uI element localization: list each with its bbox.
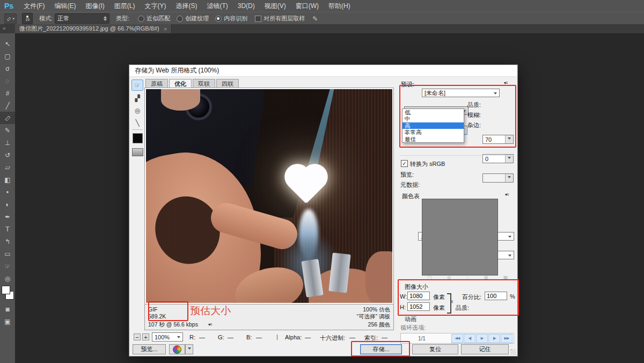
crop-tool[interactable]: #	[0, 87, 15, 99]
eyedropper-tool[interactable]: ╱	[0, 99, 15, 112]
web-shift-icon[interactable]: ⊘	[447, 275, 451, 280]
width-input[interactable]	[407, 292, 430, 300]
matte-select[interactable]	[482, 173, 514, 183]
percent-input[interactable]	[485, 292, 507, 300]
quality-input[interactable]: 70	[482, 135, 514, 144]
radio-proximity-match[interactable]	[138, 16, 144, 22]
resize-grip[interactable]	[510, 349, 516, 355]
option-high[interactable]: 高	[402, 122, 464, 129]
height-input[interactable]	[407, 302, 430, 311]
color-swatches[interactable]	[0, 285, 15, 303]
new-color-icon[interactable]: ⊞	[484, 275, 488, 280]
screen-mode-button[interactable]: ▣	[0, 315, 15, 328]
toggle-slices-button[interactable]	[132, 148, 143, 156]
dodge-tool[interactable]: ◐	[0, 198, 15, 210]
browser-select-button[interactable]	[169, 344, 185, 354]
chevron-down-icon	[508, 137, 511, 141]
menu-type[interactable]: 文字(Y)	[140, 0, 171, 12]
matte-dropdown-button[interactable]	[505, 174, 513, 182]
current-tool-chip[interactable]: ▭ ▾	[4, 13, 17, 24]
menu-help[interactable]: 帮助(H)	[324, 0, 355, 12]
slice-select-tool[interactable]: ▞	[131, 92, 143, 104]
path-selection-tool[interactable]: ↰	[0, 235, 15, 248]
save-for-web-dialog: 存储为 Web 所用格式 (100%) ☞ ▞ ◎ ╲ 原稿优化双联四联	[129, 64, 518, 357]
color-table[interactable]	[422, 199, 498, 275]
remember-button[interactable]: 记住	[461, 344, 509, 354]
menu-layer[interactable]: 图层(L)	[109, 0, 140, 12]
radio-content-aware[interactable]	[215, 16, 222, 22]
delete-color-icon[interactable]: ▦	[503, 275, 508, 280]
zoom-tool[interactable]: ◎	[0, 272, 15, 285]
browser-dropdown-button[interactable]	[185, 344, 193, 354]
option-low[interactable]: 低	[402, 109, 464, 115]
play-button[interactable]: ▶	[476, 334, 488, 343]
resample-label: 品质:	[456, 304, 469, 312]
spot-healing-brush-tool[interactable]: ▭	[0, 112, 15, 124]
dialog-title-bar[interactable]: 存储为 Web 所用格式 (100%)	[129, 65, 517, 77]
menu-window[interactable]: 窗口(W)	[291, 0, 324, 12]
srgb-checkbox[interactable]: ✓	[401, 160, 408, 167]
quick-mask-button[interactable]: ◙	[0, 303, 15, 315]
prev-frame-button[interactable]: ◀|	[464, 334, 475, 343]
history-brush-tool[interactable]: ↺	[0, 149, 15, 161]
zoom-level-select[interactable]: 100%	[152, 332, 183, 342]
eyedropper-color-swatch[interactable]	[133, 133, 143, 143]
menu-3d[interactable]: 3D(D)	[233, 0, 260, 12]
option-best[interactable]: 最佳	[402, 136, 464, 142]
gradient-tool[interactable]: ◧	[0, 173, 15, 186]
quick-selection-tool[interactable]: ◌	[0, 75, 15, 87]
mode-select[interactable]: 正常	[55, 13, 109, 24]
menu-select[interactable]: 选择(S)	[171, 0, 202, 12]
move-tool[interactable]: ↖	[0, 38, 15, 50]
blur-slider-button[interactable]	[505, 155, 513, 163]
format-readout: GIF	[148, 306, 158, 313]
brush-size-preview[interactable]: 19	[22, 13, 33, 24]
next-frame-button[interactable]: |▶	[488, 334, 500, 343]
foreground-color-swatch[interactable]	[2, 286, 10, 294]
radio-create-texture[interactable]	[177, 16, 183, 22]
color-table-menu-icon[interactable]: ▾≡	[505, 192, 509, 197]
pen-tool[interactable]: ✒	[0, 210, 15, 223]
first-frame-button[interactable]: ◀◀	[451, 334, 463, 343]
clone-stamp-tool[interactable]: ⊥	[0, 136, 15, 149]
lock-color-icon[interactable]: ◌	[466, 275, 469, 280]
preset-select[interactable]: [未命名]	[422, 89, 500, 97]
collapse-panel-icon[interactable]: »	[3, 25, 6, 31]
last-frame-button[interactable]: ▶▶	[501, 334, 513, 343]
close-icon[interactable]: ×	[164, 26, 167, 32]
snap-swatch-icon[interactable]: ▢	[427, 275, 432, 280]
document-tab[interactable]: 微信图片_2022120909395912.jpg @ 66.7%(RGB/8#…	[15, 24, 172, 33]
shape-tool[interactable]: ▭	[0, 248, 15, 260]
menu-image[interactable]: 图像(I)	[80, 0, 109, 12]
save-button[interactable]: 存储...	[360, 344, 402, 354]
zoom-in-button[interactable]: +	[142, 333, 149, 340]
zoom-tool[interactable]: ◎	[131, 105, 143, 116]
download-menu-icon[interactable]: ▾≡	[208, 322, 212, 327]
menu-file[interactable]: 文件(F)	[19, 0, 49, 12]
stepper-up-icon	[104, 14, 107, 18]
preview-in-browser-button[interactable]: 预览...	[133, 344, 166, 354]
menu-filter[interactable]: 滤镜(T)	[202, 0, 232, 12]
menu-view[interactable]: 视图(V)	[260, 0, 291, 12]
lasso-tool[interactable]: σ	[0, 62, 15, 75]
reset-button[interactable]: 复位	[412, 344, 458, 354]
brush-tool[interactable]: ✎	[0, 124, 15, 136]
hand-tool[interactable]: ☞	[131, 79, 143, 91]
hand-tool[interactable]: ☞	[0, 260, 15, 272]
blur-tool[interactable]: ●	[0, 186, 15, 198]
menu-edit[interactable]: 编辑(E)	[49, 0, 80, 12]
radio-proximity-match-label: 近似匹配	[147, 14, 170, 23]
image-preview-frame[interactable]	[144, 88, 394, 304]
sample-all-layers-checkbox[interactable]	[255, 16, 261, 22]
zoom-out-button[interactable]: −	[134, 333, 141, 340]
chevron-down-icon	[508, 236, 511, 239]
eraser-tool[interactable]: ▱	[0, 161, 15, 173]
marquee-tool[interactable]: ▢	[0, 50, 15, 62]
eyedropper-tool[interactable]: ╲	[131, 117, 143, 128]
pressure-icon[interactable]: ✎	[312, 15, 318, 23]
preset-menu-icon[interactable]: ▾≡	[504, 81, 508, 85]
quality-slider-button[interactable]	[505, 135, 513, 143]
option-very-high[interactable]: 非常高	[402, 129, 464, 135]
type-tool[interactable]: T	[0, 223, 15, 235]
option-medium[interactable]: 中	[402, 115, 464, 122]
